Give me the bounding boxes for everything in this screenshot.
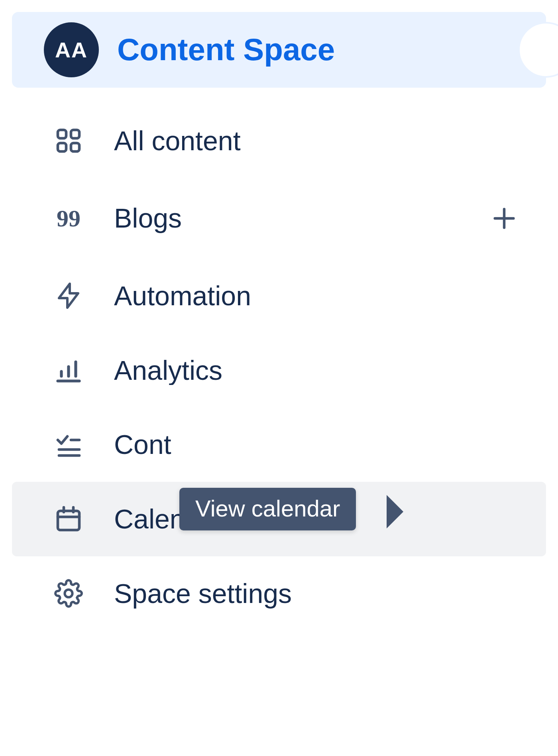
space-sidebar: AA Content Space All content 99 Blogs [0, 0, 558, 631]
sidebar-item-label: Space settings [114, 579, 522, 609]
header-action-button[interactable] [518, 22, 558, 78]
svg-rect-2 [58, 143, 66, 151]
lightning-icon [54, 281, 83, 310]
space-avatar: AA [44, 22, 99, 77]
sidebar-item-label: Analytics [114, 355, 522, 385]
quote-icon: 99 [54, 204, 83, 233]
svg-point-18 [65, 590, 72, 597]
tooltip-view-calendar: View calendar [179, 488, 356, 530]
sidebar-item-blogs[interactable]: 99 Blogs [12, 178, 546, 259]
grid-icon [54, 126, 83, 155]
gear-icon [54, 579, 83, 608]
svg-rect-1 [71, 130, 79, 138]
sidebar-item-label: Cont [114, 430, 522, 459]
calendar-icon [54, 505, 83, 534]
sidebar-item-label: All content [114, 126, 522, 156]
svg-rect-0 [58, 130, 66, 138]
sidebar-item-analytics[interactable]: Analytics [12, 333, 546, 408]
sidebar-item-content-manager[interactable]: Cont [12, 407, 546, 482]
svg-rect-3 [71, 143, 79, 151]
sidebar-item-label: Automation [114, 281, 522, 311]
sidebar-item-label: Blogs [114, 203, 455, 233]
svg-marker-6 [59, 284, 78, 308]
space-header[interactable]: AA Content Space [12, 12, 546, 88]
add-blog-button[interactable] [486, 200, 522, 236]
space-title: Content Space [117, 33, 335, 67]
sidebar-item-automation[interactable]: Automation [12, 259, 546, 333]
sidebar-item-space-settings[interactable]: Space settings [12, 556, 546, 631]
sidebar-item-all-content[interactable]: All content [12, 104, 546, 178]
tooltip-pointer [387, 495, 403, 528]
bar-chart-icon [54, 356, 83, 385]
checklist-icon [54, 430, 83, 459]
svg-rect-14 [58, 511, 79, 530]
